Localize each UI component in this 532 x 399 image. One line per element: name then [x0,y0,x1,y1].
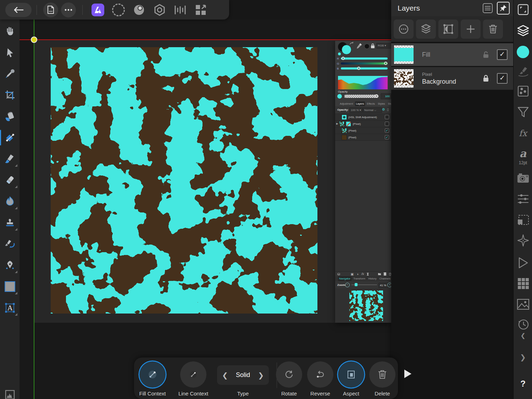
picker-eyedropper-icon[interactable] [356,43,362,49]
more-options-button[interactable] [61,2,76,17]
adjustment-icon[interactable]: ◑ [356,272,358,276]
pin-panel-button[interactable] [497,2,510,15]
horizontal-guide[interactable] [20,39,391,40]
gear-icon[interactable]: ⚙ [382,107,385,111]
help-button[interactable]: ? [514,379,532,389]
aspect-button[interactable] [338,361,364,388]
tab-history[interactable]: History [367,276,377,281]
opacity-slider[interactable] [344,95,378,98]
camo-pattern-image[interactable] [51,47,317,314]
tool-view-hand[interactable] [0,21,20,41]
tool-move[interactable] [0,43,20,62]
histogram-panel-button[interactable] [0,385,20,399]
tab-styles[interactable]: Styles [377,101,386,106]
tab-channels[interactable]: Channels [378,276,392,281]
studio-transform-button[interactable] [514,234,532,247]
studio-text-style-button[interactable]: a 12pt [514,147,532,165]
b-knob[interactable] [357,67,360,70]
layer-options-button[interactable] [394,20,414,39]
hourglass-icon[interactable] [367,272,369,276]
mini-layer-row[interactable]: ▶ (Pixel) [335,121,391,127]
stepper-next-icon[interactable]: ❯ [258,371,264,379]
tool-erase[interactable] [0,170,20,190]
tool-undo-brush[interactable] [0,234,20,254]
rotate-button[interactable] [276,361,302,388]
tab-layers[interactable]: Layers [355,101,365,106]
studio-duplicate-button[interactable] [514,214,532,226]
selection-persona-button[interactable] [110,2,127,18]
lock-icon[interactable] [483,74,489,82]
tool-paint-brush[interactable] [0,149,20,169]
mini-layer-row[interactable]: (Pixel) ✓ [335,127,391,134]
tool-gradient[interactable] [0,128,20,148]
tool-shape[interactable] [0,277,20,297]
fullscreen-button[interactable] [514,4,532,16]
layer-row-background[interactable]: Pixel Background ✓ [391,67,513,90]
studio-adjustments-button[interactable] [514,193,532,205]
color-mode-dropdown[interactable]: RGB ▾ [376,43,393,49]
play-context-button[interactable] [404,369,412,379]
mini-layer-row[interactable]: (Pixel) ✓ [335,134,391,141]
mini-visibility-checkbox[interactable] [385,122,389,126]
fx-icon[interactable]: fx [361,272,364,276]
opacity-value[interactable]: 100 [381,93,391,99]
b-slider[interactable] [341,67,388,70]
visibility-checkbox[interactable]: ✓ [497,49,508,60]
fill-context-button[interactable] [139,361,166,388]
studio-filter-button[interactable] [514,106,532,118]
tool-clone-stamp[interactable] [0,213,20,233]
swap-colors-icon[interactable] [349,41,354,46]
tool-color-picker[interactable] [0,64,20,84]
checker-icon[interactable] [384,272,386,276]
r-slider[interactable] [341,57,388,60]
r-knob[interactable] [342,57,345,60]
tab-adjustment[interactable]: Adjustment [339,101,354,106]
tool-flood-fill[interactable] [0,106,20,126]
mini-layer-row[interactable]: (HSL Shift Adjustment) [335,114,391,121]
tool-pen[interactable] [0,255,20,275]
studio-color-button[interactable] [514,46,532,58]
export-persona-button[interactable] [193,2,209,18]
g-knob[interactable] [384,62,387,65]
folder-icon[interactable] [378,272,381,276]
foreground-color-well[interactable] [342,45,351,55]
zoom-out-icon[interactable]: − [345,283,350,287]
stack-icon[interactable] [337,272,340,276]
guide-handle[interactable] [31,37,37,43]
layer-row-fill[interactable]: Fill ✓ [391,43,513,66]
tool-text[interactable]: A [0,298,20,318]
studio-camera-button[interactable] [514,173,532,183]
delete-button[interactable] [369,361,395,388]
disclosure-arrow[interactable]: ▶ [336,122,338,125]
document-menu-button[interactable] [43,2,58,17]
blend-mode-dropdown[interactable]: Normal ⌵ [363,107,382,113]
merge-layers-button[interactable] [416,20,436,39]
develop-persona-button[interactable] [151,2,168,18]
g-slider[interactable] [341,62,388,65]
unlock-icon[interactable] [483,51,489,59]
mask-icon[interactable]: ▣ [351,272,354,276]
studio-layers-button[interactable] [514,25,532,37]
expand-strip-button[interactable]: ❯ [514,353,532,361]
mini-visibility-checkbox[interactable] [385,115,389,119]
tab-navigator[interactable]: Navigator [338,276,351,281]
studio-brush-button[interactable] [514,66,532,77]
studio-fx-button[interactable]: fx [514,128,532,138]
page-icon[interactable]: ▯ [387,108,389,111]
studio-grid-button[interactable] [514,277,532,289]
vertical-guide[interactable] [34,20,34,399]
line-context-button[interactable] [180,361,206,388]
blend-opacity-value[interactable]: 100 % ▾ [349,107,363,113]
mask-layer-button[interactable] [438,20,458,39]
tool-crop[interactable] [0,85,20,105]
lock-icon[interactable] [371,43,375,49]
studio-history-button[interactable]: ❮ [514,318,532,339]
liquify-persona-button[interactable] [131,2,147,18]
stepper-prev-icon[interactable]: ❮ [222,371,228,379]
tab-effects[interactable]: Effects [366,101,376,106]
zoom-knob[interactable] [355,283,358,286]
tone-mapping-persona-button[interactable] [172,2,188,18]
photo-persona-button[interactable] [90,2,106,18]
delete-layer-button[interactable] [483,20,503,39]
type-stepper[interactable]: ❮ Solid ❯ [217,365,269,385]
